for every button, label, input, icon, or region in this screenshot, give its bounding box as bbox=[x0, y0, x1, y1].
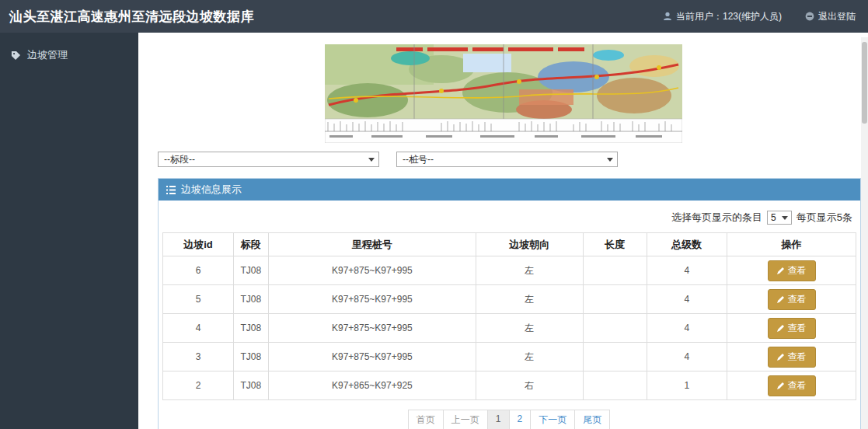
table-cell: K97+875~K97+995 bbox=[268, 314, 476, 343]
list-icon bbox=[166, 186, 176, 194]
route-map-image bbox=[325, 44, 682, 143]
stake-select[interactable]: --桩号-- bbox=[396, 152, 618, 167]
table-cell: 右 bbox=[476, 371, 583, 400]
table-cell bbox=[583, 256, 647, 285]
table-cell: K97+875~K97+995 bbox=[268, 285, 476, 314]
table-cell bbox=[583, 285, 647, 314]
view-button[interactable]: 查看 bbox=[768, 289, 816, 310]
chevron-down-icon bbox=[368, 158, 375, 162]
table-cell: 左 bbox=[476, 256, 583, 285]
view-button[interactable]: 查看 bbox=[768, 260, 816, 281]
table-cell-actions: 查看 bbox=[727, 371, 856, 400]
chevron-down-icon bbox=[607, 158, 613, 162]
panel-title: 边坡信息展示 bbox=[181, 183, 242, 197]
page-size-suffix: 每页显示5条 bbox=[797, 211, 852, 225]
column-header-2: 里程桩号 bbox=[268, 233, 476, 256]
logout-button[interactable]: 退出登陆 bbox=[805, 10, 856, 23]
pagination-next[interactable]: 下一页 bbox=[530, 410, 575, 429]
table-cell: 左 bbox=[476, 314, 583, 343]
vertical-scrollbar[interactable] bbox=[861, 37, 868, 429]
current-user-label: 当前用户：123(维护人员) bbox=[676, 10, 782, 23]
table-cell: 4 bbox=[163, 314, 234, 343]
table-cell: 左 bbox=[476, 285, 583, 314]
page-size-select[interactable]: 5 bbox=[767, 211, 792, 225]
filter-row: --标段-- --桩号-- bbox=[158, 152, 868, 167]
table-cell: 2 bbox=[163, 371, 234, 400]
pagination-last[interactable]: 尾页 bbox=[574, 410, 610, 429]
column-header-1: 标段 bbox=[233, 233, 268, 256]
table-cell: 4 bbox=[647, 343, 727, 371]
view-button-label: 查看 bbox=[788, 293, 807, 306]
chevron-down-icon bbox=[782, 216, 788, 220]
page-size-prefix: 选择每页显示的条目 bbox=[671, 211, 762, 225]
header-right: 当前用户：123(维护人员) 退出登陆 bbox=[663, 10, 856, 23]
column-header-4: 长度 bbox=[583, 233, 647, 256]
column-header-3: 边坡朝向 bbox=[476, 233, 583, 256]
top-header-bar: 汕头至湛江高速惠州至清远段边坡数据库 当前用户：123(维护人员) 退出登陆 bbox=[0, 0, 868, 33]
table-cell: K97+865~K97+925 bbox=[268, 371, 476, 400]
view-button[interactable]: 查看 bbox=[768, 347, 816, 368]
view-button[interactable]: 查看 bbox=[768, 375, 816, 396]
edit-pencil-icon bbox=[777, 382, 785, 389]
table-cell: TJ08 bbox=[233, 371, 268, 400]
slope-table: 边坡id标段里程桩号边坡朝向长度总级数操作 6TJ08K97+875~K97+9… bbox=[162, 232, 856, 400]
slope-table-body: 6TJ08K97+875~K97+995左4查看5TJ08K97+875~K97… bbox=[163, 256, 856, 400]
table-row: 3TJ08K97+875~K97+995左4查看 bbox=[163, 343, 856, 371]
column-header-0: 边坡id bbox=[163, 233, 234, 256]
edit-pencil-icon bbox=[777, 353, 785, 361]
edit-pencil-icon bbox=[777, 324, 785, 332]
pagination-first: 首页 bbox=[408, 410, 444, 429]
pagination-page-1[interactable]: 1 bbox=[487, 410, 510, 429]
column-header-5: 总级数 bbox=[647, 233, 727, 256]
slope-info-panel: 边坡信息展示 选择每页显示的条目 5 每页显示5条 边坡id标段里程桩号边坡朝向… bbox=[158, 178, 861, 429]
user-icon bbox=[663, 12, 672, 21]
table-cell: 4 bbox=[647, 314, 727, 343]
panel-header: 边坡信息展示 bbox=[159, 179, 860, 201]
view-button-label: 查看 bbox=[788, 351, 807, 364]
section-select[interactable]: --标段-- bbox=[158, 152, 379, 167]
sidebar-item-slope-management[interactable]: 边坡管理 bbox=[0, 33, 138, 62]
app-title: 汕头至湛江高速惠州至清远段边坡数据库 bbox=[9, 8, 254, 26]
table-cell: 5 bbox=[163, 285, 234, 314]
edit-pencil-icon bbox=[777, 295, 785, 303]
table-cell bbox=[583, 343, 647, 371]
table-cell: 左 bbox=[476, 343, 583, 371]
table-cell: K97+875~K97+995 bbox=[268, 256, 476, 285]
table-cell-actions: 查看 bbox=[727, 314, 856, 343]
view-button-label: 查看 bbox=[788, 264, 807, 277]
tag-icon bbox=[11, 51, 21, 61]
table-cell: 1 bbox=[647, 371, 727, 400]
view-button-label: 查看 bbox=[788, 322, 807, 335]
table-cell: 3 bbox=[163, 343, 234, 371]
table-cell: K97+875~K97+995 bbox=[268, 343, 476, 371]
scrollbar-thumb[interactable] bbox=[862, 42, 867, 124]
table-cell-actions: 查看 bbox=[727, 285, 856, 314]
pagination: 首页上一页12下一页尾页 bbox=[159, 410, 860, 429]
table-cell bbox=[583, 371, 647, 400]
table-cell bbox=[583, 314, 647, 343]
pagination-prev: 上一页 bbox=[443, 410, 488, 429]
table-cell: TJ08 bbox=[233, 343, 268, 371]
view-button[interactable]: 查看 bbox=[768, 318, 816, 339]
section-select-value: --标段-- bbox=[164, 153, 195, 166]
table-header-row: 边坡id标段里程桩号边坡朝向长度总级数操作 bbox=[163, 233, 856, 256]
table-row: 2TJ08K97+865~K97+925右1查看 bbox=[163, 371, 856, 400]
pagination-page-2[interactable]: 2 bbox=[509, 410, 532, 429]
app-root: 汕头至湛江高速惠州至清远段边坡数据库 当前用户：123(维护人员) 退出登陆 bbox=[0, 0, 868, 429]
main-content: --标段-- --桩号-- 边坡信息展示 bbox=[138, 33, 868, 429]
edit-pencil-icon bbox=[777, 267, 785, 274]
sidebar: 边坡管理 bbox=[0, 33, 138, 429]
table-cell: TJ08 bbox=[233, 314, 268, 343]
column-header-6: 操作 bbox=[727, 233, 856, 256]
table-cell-actions: 查看 bbox=[727, 256, 856, 285]
table-cell: 6 bbox=[163, 256, 234, 285]
table-cell: 4 bbox=[647, 256, 727, 285]
current-user: 当前用户：123(维护人员) bbox=[663, 10, 782, 23]
table-row: 4TJ08K97+875~K97+995左4查看 bbox=[163, 314, 856, 343]
table-cell: TJ08 bbox=[233, 285, 268, 314]
table-row: 5TJ08K97+875~K97+995左4查看 bbox=[163, 285, 856, 314]
table-cell: 4 bbox=[647, 285, 727, 314]
sidebar-item-label: 边坡管理 bbox=[27, 48, 68, 62]
view-button-label: 查看 bbox=[788, 379, 807, 392]
page-size-value: 5 bbox=[771, 212, 776, 223]
